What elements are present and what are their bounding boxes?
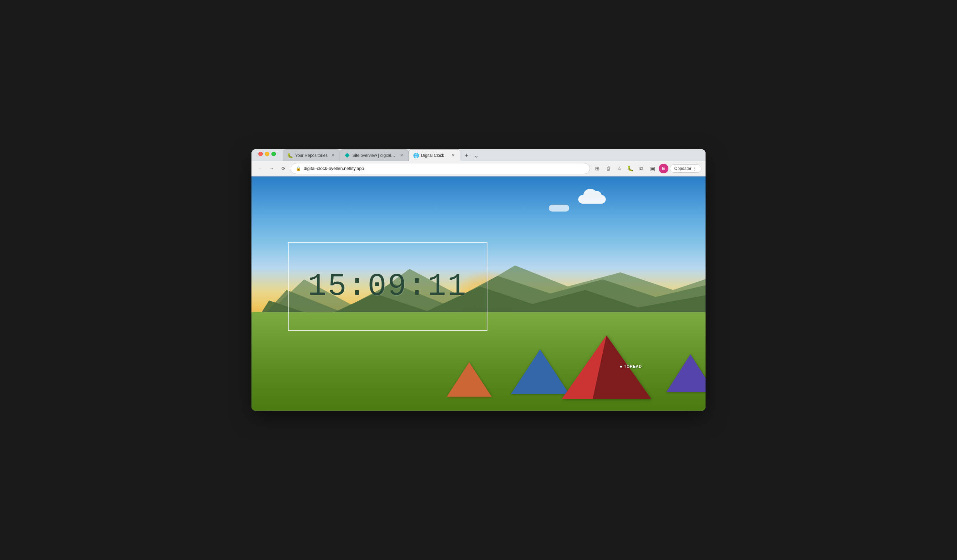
reload-button[interactable]: ⟳ bbox=[279, 164, 288, 173]
window-controls bbox=[251, 149, 283, 161]
clock-display: 15:09:11 bbox=[308, 269, 467, 304]
tab-2-close[interactable]: ✕ bbox=[399, 153, 404, 158]
extensions-icon[interactable]: ⧉ bbox=[637, 164, 646, 174]
maximize-button[interactable] bbox=[272, 152, 276, 156]
share-icon[interactable]: ⎙ bbox=[604, 164, 613, 174]
background-scene: 15:09:11 ■ TOREAD bbox=[251, 177, 706, 411]
page-content: 15:09:11 ■ TOREAD bbox=[251, 177, 706, 411]
bug-icon[interactable]: 🐛 bbox=[626, 164, 635, 174]
tab-digital-clock[interactable]: 🌐 Digital Clock ✕ bbox=[409, 149, 460, 161]
tent-orange bbox=[447, 362, 491, 397]
address-text: digital-clock-byellen.netlify.app bbox=[304, 166, 585, 171]
cloud-2 bbox=[549, 205, 569, 211]
browser-window: 🐛 Your Repositories ✕ Site overview | di… bbox=[251, 149, 706, 411]
minimize-button[interactable] bbox=[265, 152, 269, 156]
update-button[interactable]: Oppdater ⋮ bbox=[670, 164, 701, 173]
toread-logo: ■ TOREAD bbox=[620, 364, 642, 368]
tab-3-close[interactable]: ✕ bbox=[450, 153, 456, 158]
toolbar-icons: ⊞ ⎙ ☆ 🐛 ⧉ ▣ E Oppdater ⋮ bbox=[593, 164, 701, 174]
back-button[interactable]: ← bbox=[256, 164, 265, 173]
tab-1-close[interactable]: ✕ bbox=[330, 153, 335, 158]
tab-1-title: Your Repositories bbox=[295, 153, 327, 158]
tent-blue-right bbox=[666, 354, 706, 392]
profile-button[interactable]: E bbox=[659, 164, 668, 174]
github-favicon: 🐛 bbox=[287, 153, 293, 158]
title-bar: 🐛 Your Repositories ✕ Site overview | di… bbox=[251, 149, 706, 177]
forward-button[interactable]: → bbox=[267, 164, 276, 173]
clock-box: 15:09:11 bbox=[288, 242, 488, 331]
translate-icon[interactable]: ⊞ bbox=[593, 164, 602, 174]
address-bar: ← → ⟳ 🔒 digital-clock-byellen.netlify.ap… bbox=[251, 161, 706, 176]
tabs-container: 🐛 Your Repositories ✕ Site overview | di… bbox=[283, 149, 706, 161]
cloud-1 bbox=[578, 195, 606, 203]
netlify-favicon bbox=[344, 153, 350, 158]
traffic-lights bbox=[256, 152, 279, 159]
tab-site-overview[interactable]: Site overview | digital-clock-b ✕ bbox=[340, 149, 409, 161]
tab-3-title: Digital Clock bbox=[421, 153, 448, 158]
close-button[interactable] bbox=[258, 152, 263, 156]
tab-dropdown-button[interactable]: ⌄ bbox=[471, 151, 481, 160]
lock-icon: 🔒 bbox=[296, 166, 301, 171]
bookmark-icon[interactable]: ☆ bbox=[615, 164, 624, 174]
tent-blue-left bbox=[511, 350, 569, 394]
sidebar-icon[interactable]: ▣ bbox=[648, 164, 657, 174]
tab-2-title: Site overview | digital-clock-b bbox=[352, 153, 396, 158]
address-input-wrapper[interactable]: 🔒 digital-clock-byellen.netlify.app bbox=[291, 163, 590, 174]
new-tab-button[interactable]: + bbox=[462, 151, 471, 160]
tab-your-repositories[interactable]: 🐛 Your Repositories ✕ bbox=[283, 149, 340, 161]
globe-favicon: 🌐 bbox=[413, 153, 418, 158]
